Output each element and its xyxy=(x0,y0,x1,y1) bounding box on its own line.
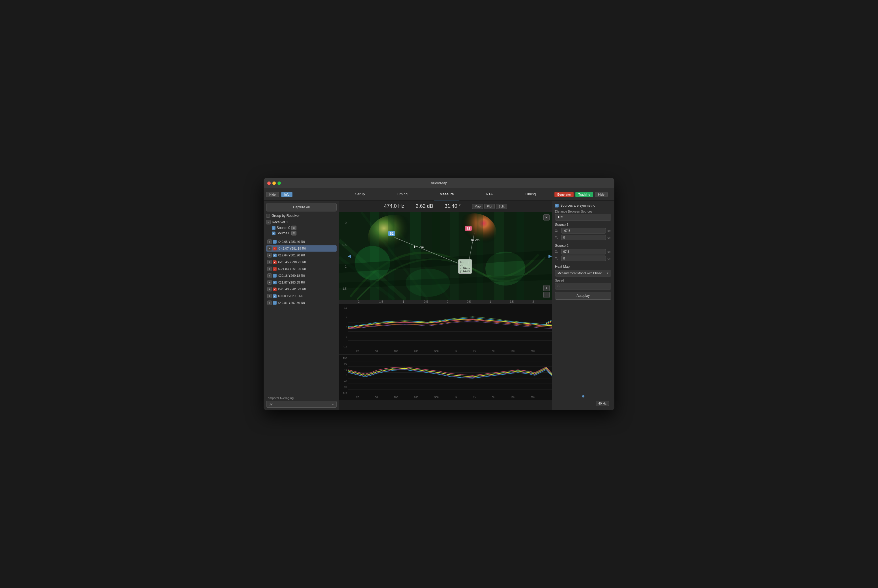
source-s1-marker[interactable]: S1 xyxy=(388,231,395,236)
meas-label-0: X40.65 Y283.40 R0 xyxy=(278,240,305,243)
plot-button[interactable]: Plot xyxy=(484,204,495,209)
tab-measure[interactable]: Measure xyxy=(434,188,460,200)
heatmap-container: 0 0.5 1 1.5 S1 S2 121 cm 84 cm xyxy=(339,212,552,300)
meas-check-0[interactable] xyxy=(273,240,277,244)
tab-timing[interactable]: Timing xyxy=(391,188,413,200)
receiver-x: x: 28 cm xyxy=(460,267,470,270)
meas-check-5[interactable] xyxy=(273,274,277,278)
meas-plus-6[interactable]: + xyxy=(267,280,272,285)
meas-item-5[interactable]: + X20.18 Y260.18 R0 xyxy=(266,273,337,279)
receiver-marker[interactable]: R1 -3. x: 28 cm y: 74 cm xyxy=(458,259,472,274)
heatmap-zoom-in[interactable]: + xyxy=(543,285,550,291)
meas-item-9[interactable]: + X49.81 Y297.36 R0 xyxy=(266,300,337,306)
meas-check-1[interactable] xyxy=(273,247,277,250)
chart1-area xyxy=(348,305,552,349)
freq-box: 40 Hz xyxy=(596,401,609,406)
tracking-button[interactable]: Tracking xyxy=(575,192,594,197)
frequency-display: 474.0 Hz xyxy=(384,203,404,209)
sources-symmetric-label: Sources are symmetric xyxy=(560,204,595,207)
minimize-button[interactable] xyxy=(272,182,276,185)
nav-tabs: Setup Timing Measure RTA Tuning xyxy=(339,188,552,200)
meas-plus-5[interactable]: + xyxy=(267,273,272,278)
source0b-label: Source 0 xyxy=(277,231,290,235)
meas-plus-8[interactable]: + xyxy=(267,294,272,298)
close-button[interactable] xyxy=(267,182,271,185)
source0a-c-button[interactable]: C xyxy=(291,226,296,230)
meas-item-3[interactable]: + X-19.45 Y298.71 R0 xyxy=(266,259,337,265)
meas-label-5: X20.18 Y260.18 R0 xyxy=(278,274,305,278)
source2-y-row: Y: cm xyxy=(555,255,611,261)
meas-item-2[interactable]: + X19.64 Y301.90 R0 xyxy=(266,252,337,258)
chart2-x-axis: 20 50 100 200 500 1k 2k 5k 10k 20k xyxy=(339,395,552,399)
tab-setup[interactable]: Setup xyxy=(349,188,370,200)
meas-item-selected[interactable]: + X-42.07 Y281.19 R0 xyxy=(266,245,337,252)
tab-tuning[interactable]: Tuning xyxy=(519,188,541,200)
source2-y-input[interactable] xyxy=(561,255,606,261)
group-by-label: Group by Receiver xyxy=(272,214,300,218)
chart1-y-axis: 12 6 0 -6 -12 xyxy=(339,305,348,349)
sources-symmetric-checkbox[interactable] xyxy=(555,204,559,207)
meas-check-3[interactable] xyxy=(273,260,277,264)
generator-button[interactable]: Generator xyxy=(555,192,574,197)
receiver1-collapse[interactable]: − xyxy=(266,220,271,225)
meas-item[interactable]: + X40.65 Y283.40 R0 xyxy=(266,238,337,245)
speed-input[interactable] xyxy=(555,283,611,290)
maximize-button[interactable] xyxy=(278,182,281,185)
heatmap-select-wrapper: Measurement Model with Phase Measurement… xyxy=(555,270,611,276)
meas-plus-2[interactable]: + xyxy=(267,253,272,258)
distance-input[interactable] xyxy=(555,214,611,220)
degrees-display: 31.40 ° xyxy=(445,203,461,209)
meas-check-2[interactable] xyxy=(273,254,277,257)
temporal-label: Temporal Averaging xyxy=(266,396,337,400)
map-controls: Map Plot Split xyxy=(472,204,507,209)
meas-item-8[interactable]: + X0.00 Y282.15 R0 xyxy=(266,293,337,299)
source0a-checkbox[interactable] xyxy=(272,226,275,230)
source-s2-marker[interactable]: S2 xyxy=(465,226,472,231)
meas-check-7[interactable] xyxy=(273,288,277,291)
capture-all-button[interactable]: Capture All xyxy=(266,203,337,212)
meas-item-4[interactable]: + X-21.83 Y261.26 R0 xyxy=(266,266,337,272)
scroll-dot xyxy=(582,395,584,398)
meas-label-4: X-21.83 Y261.26 R0 xyxy=(278,267,306,270)
tab-rta[interactable]: RTA xyxy=(480,188,498,200)
distance-label-1: 121 cm xyxy=(413,245,424,249)
heatmap-zoom-out[interactable]: − xyxy=(543,292,550,298)
meas-check-9[interactable] xyxy=(273,301,277,305)
meas-item-6[interactable]: + X21.87 Y283.35 R0 xyxy=(266,279,337,285)
map-button[interactable]: Map xyxy=(472,204,483,209)
scroll-indicator-left[interactable]: ◀ xyxy=(348,253,552,259)
split-button[interactable]: Split xyxy=(496,204,507,209)
source2-x-row: X: cm xyxy=(555,249,611,254)
temporal-select[interactable]: 32 16 8 4 xyxy=(266,401,337,408)
heatmap-h-button[interactable]: H xyxy=(543,214,550,220)
meas-plus-4[interactable]: + xyxy=(267,267,272,271)
heatmap-select[interactable]: Measurement Model with Phase Measurement… xyxy=(555,270,611,276)
hide2-button[interactable]: Hide xyxy=(595,192,607,197)
freq-display-bottom: 40 Hz xyxy=(555,400,611,407)
app-title: AudioMap xyxy=(431,181,448,185)
meas-plus-1[interactable]: + xyxy=(267,246,272,251)
autoplay-button[interactable]: Autoplay xyxy=(555,292,611,300)
group-by-checkbox[interactable] xyxy=(266,214,270,218)
meas-plus-3[interactable]: + xyxy=(267,260,272,264)
meas-check-6[interactable] xyxy=(273,281,277,284)
meas-check-8[interactable] xyxy=(273,294,277,298)
source0a-row: Source 0 C xyxy=(272,226,337,230)
source0b-checkbox[interactable] xyxy=(272,231,275,235)
meas-item-7[interactable]: + X-23.40 Y281.23 R0 xyxy=(266,286,337,292)
source0b-c-button[interactable]: C xyxy=(291,231,296,236)
meas-plus-9[interactable]: + xyxy=(267,300,272,305)
chart2-y-axis: 135 90 45 0 -45 -90 -135 xyxy=(339,356,348,395)
meas-check-4[interactable] xyxy=(273,267,277,271)
db-display: 2.62 dB xyxy=(415,203,433,209)
meas-plus-0[interactable]: + xyxy=(267,240,272,244)
hide-button[interactable]: Hide xyxy=(266,192,279,197)
distance-label: Distance Between Sources xyxy=(555,210,611,213)
source2-x-input[interactable] xyxy=(561,249,606,254)
info-button[interactable]: Info xyxy=(281,192,292,197)
meas-plus-7[interactable]: + xyxy=(267,287,272,291)
source1-y-input[interactable] xyxy=(561,235,606,240)
source1-x-input[interactable] xyxy=(561,228,606,234)
source1-x-unit: cm xyxy=(607,229,611,232)
meas-label-8: X0.00 Y282.15 R0 xyxy=(278,294,303,298)
